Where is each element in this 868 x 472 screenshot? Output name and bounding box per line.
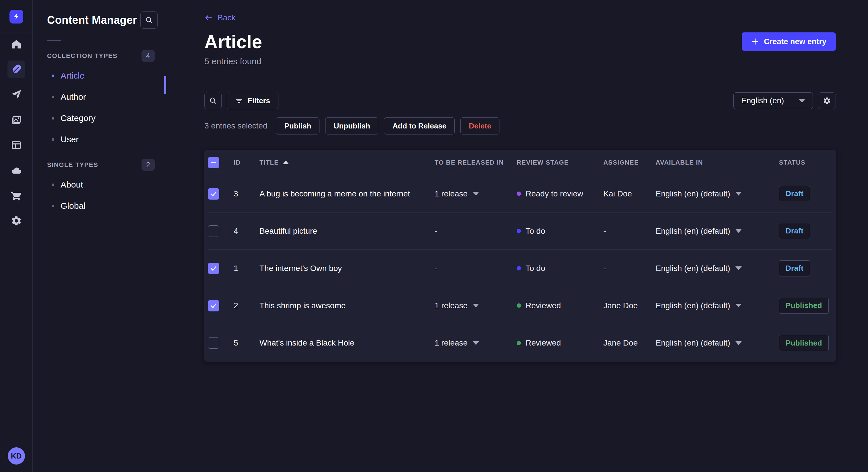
- cell-review-stage: Ready to review: [517, 189, 603, 198]
- cell-locale[interactable]: English (en) (default): [656, 189, 779, 198]
- chevron-down-icon: [799, 99, 805, 103]
- cell-title: A bug is becoming a meme on the internet: [259, 189, 435, 198]
- back-link[interactable]: Back: [205, 13, 236, 22]
- gear-icon: [823, 97, 831, 105]
- row-checkbox[interactable]: [208, 300, 219, 311]
- content-manager-subnav: Content Manager COLLECTION TYPES 4 Artic…: [33, 0, 165, 472]
- table-row[interactable]: 1 The internet's Own boy - To do - Engli…: [208, 250, 832, 287]
- cell-release[interactable]: 1 release: [435, 338, 517, 347]
- subnav-item-label: Author: [61, 92, 86, 102]
- subnav-item-about[interactable]: About: [33, 174, 165, 195]
- subnav-title: Content Manager: [47, 14, 137, 26]
- page-title: Article: [205, 31, 262, 53]
- feather-icon: [11, 64, 22, 75]
- unpublish-button[interactable]: Unpublish: [325, 117, 378, 134]
- subnav-item-label: Article: [61, 71, 84, 80]
- column-header-available-in[interactable]: AVAILABLE IN: [656, 159, 779, 166]
- cell-status: Draft: [779, 223, 832, 239]
- table-row[interactable]: 3 A bug is becoming a meme on the intern…: [208, 175, 832, 212]
- column-header-review-stage[interactable]: REVIEW STAGE: [517, 159, 603, 166]
- cell-status: Published: [779, 335, 832, 351]
- row-checkbox[interactable]: [208, 188, 219, 200]
- search-icon: [209, 97, 217, 105]
- chevron-down-icon: [735, 304, 742, 307]
- locale-select[interactable]: English (en): [733, 92, 813, 109]
- cell-title: The internet's Own boy: [259, 264, 435, 273]
- nav-home[interactable]: [7, 35, 25, 53]
- cell-review-stage: To do: [517, 227, 603, 236]
- entries-table-body: 3 A bug is becoming a meme on the intern…: [208, 175, 832, 362]
- cell-status: Published: [779, 298, 832, 314]
- status-badge: Draft: [779, 260, 810, 276]
- home-icon: [11, 38, 22, 50]
- chevron-down-icon: [473, 341, 479, 345]
- collection-types-list: Article Author Category User: [33, 65, 165, 150]
- cell-locale[interactable]: English (en) (default): [656, 227, 779, 236]
- subnav-item-global[interactable]: Global: [33, 195, 165, 216]
- row-checkbox[interactable]: [208, 337, 219, 349]
- view-settings-button[interactable]: [818, 92, 836, 109]
- cell-release[interactable]: -: [435, 227, 517, 236]
- cell-locale[interactable]: English (en) (default): [656, 264, 779, 273]
- cell-release[interactable]: 1 release: [435, 189, 517, 198]
- subnav-item-user[interactable]: User: [33, 129, 165, 150]
- list-search-button[interactable]: [205, 92, 222, 109]
- publish-button[interactable]: Publish: [276, 117, 319, 134]
- back-label: Back: [218, 13, 236, 22]
- select-all-checkbox[interactable]: [208, 157, 219, 168]
- table-row[interactable]: 4 Beautiful picture - To do - English (e…: [208, 212, 832, 250]
- nav-releases[interactable]: [7, 86, 25, 103]
- single-types-label: SINGLE TYPES: [47, 161, 98, 169]
- table-row[interactable]: 5 What's inside a Black Hole 1 release R…: [208, 324, 832, 362]
- column-header-assignee[interactable]: ASSIGNEE: [603, 159, 656, 166]
- delete-button[interactable]: Delete: [460, 117, 499, 134]
- subnav-search-button[interactable]: [141, 11, 158, 29]
- column-header-title[interactable]: TITLE: [259, 159, 435, 166]
- layout-icon: [11, 139, 22, 151]
- nav-deploy[interactable]: [7, 162, 25, 179]
- check-icon: [210, 302, 217, 309]
- add-to-release-button[interactable]: Add to Release: [384, 117, 455, 134]
- cell-locale[interactable]: English (en) (default): [656, 338, 779, 347]
- main-nav-rail: KD: [0, 0, 33, 472]
- column-header-status[interactable]: STATUS: [779, 159, 832, 166]
- cell-locale[interactable]: English (en) (default): [656, 301, 779, 310]
- chevron-down-icon: [735, 266, 742, 270]
- nav-media-library[interactable]: [7, 111, 25, 129]
- strapi-logo[interactable]: [9, 10, 23, 24]
- cell-release[interactable]: -: [435, 264, 517, 273]
- cell-title: This shrimp is awesome: [259, 301, 435, 310]
- paper-plane-icon: [11, 89, 22, 100]
- column-header-to-be-released-in[interactable]: TO BE RELEASED IN: [435, 159, 517, 166]
- filter-icon: [235, 97, 243, 105]
- cell-id: 2: [234, 301, 259, 310]
- cell-review-stage: Reviewed: [517, 301, 603, 310]
- row-checkbox[interactable]: [208, 225, 219, 237]
- row-checkbox[interactable]: [208, 263, 219, 274]
- subnav-item-author[interactable]: Author: [33, 86, 165, 107]
- nav-settings[interactable]: [7, 212, 25, 230]
- sort-asc-icon: [283, 161, 289, 164]
- chevron-down-icon: [473, 192, 479, 196]
- cell-release[interactable]: 1 release: [435, 301, 517, 310]
- subnav-item-category[interactable]: Category: [33, 107, 165, 129]
- nav-marketplace[interactable]: [7, 187, 25, 204]
- main-content: Back Article Create new entry 5 entries …: [165, 0, 868, 472]
- subnav-item-label: Category: [61, 113, 96, 123]
- filters-button[interactable]: Filters: [227, 92, 278, 109]
- nav-content-manager[interactable]: [7, 61, 25, 78]
- cell-id: 4: [234, 227, 259, 236]
- nav-content-type-builder[interactable]: [7, 136, 25, 154]
- rail-logo-area: [0, 0, 32, 32]
- check-icon: [210, 265, 217, 272]
- create-new-entry-button[interactable]: Create new entry: [742, 32, 836, 51]
- cell-id: 1: [234, 264, 259, 273]
- user-avatar[interactable]: KD: [8, 447, 25, 465]
- subnav-item-article[interactable]: Article: [33, 65, 165, 86]
- cell-assignee: -: [603, 227, 656, 236]
- cell-id: 3: [234, 189, 259, 198]
- table-row[interactable]: 2 This shrimp is awesome 1 release Revie…: [208, 287, 832, 324]
- search-icon: [145, 16, 153, 24]
- stage-dot: [517, 303, 521, 308]
- column-header-id[interactable]: ID: [234, 159, 259, 166]
